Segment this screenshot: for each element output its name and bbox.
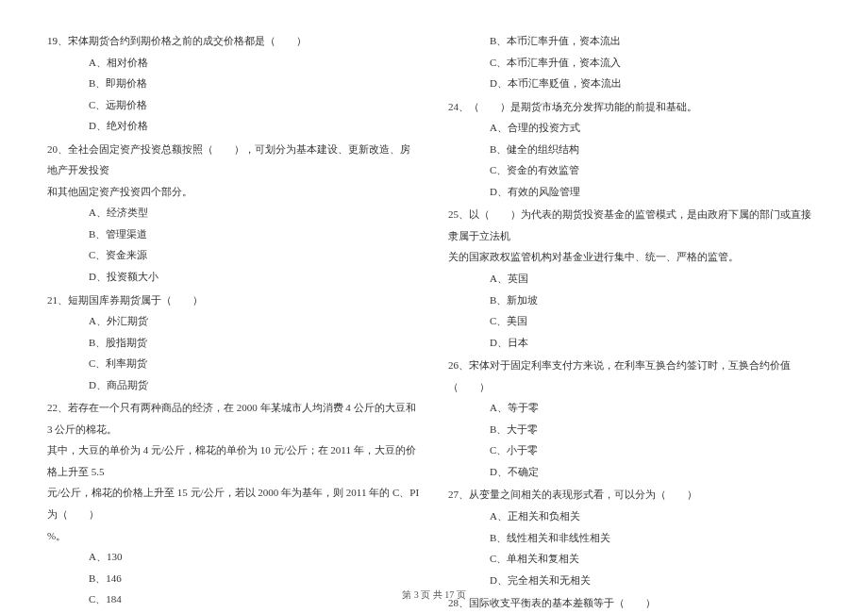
option-d: D、投资额大小: [47, 266, 420, 288]
option-d: D、绝对价格: [47, 115, 420, 137]
question-text: 20、全社会固定资产投资总额按照（ ），可划分为基本建设、更新改造、房地产开发投…: [47, 139, 420, 181]
question-19: 19、宋体期货合约到期价格之前的成交价格都是（ ） A、相对价格 B、即期价格 …: [47, 30, 420, 137]
option-d: D、日本: [448, 332, 821, 354]
option-b: B、线性相关和非线性相关: [448, 527, 821, 549]
question-text-cont: 和其他固定资产投资四个部分。: [47, 181, 420, 203]
option-a: A、英国: [448, 268, 821, 290]
option-d: D、不确定: [448, 461, 821, 483]
question-27: 27、从变量之间相关的表现形式看，可以分为（ ） A、正相关和负相关 B、线性相…: [448, 484, 821, 590]
option-a: A、相对价格: [47, 52, 420, 74]
question-text-cont: 元/公斤，棉花的价格上升至 15 元/公斤，若以 2000 年为基年，则 201…: [47, 482, 420, 524]
question-text-cont: %。: [47, 525, 420, 547]
question-text: 27、从变量之间相关的表现形式看，可以分为（ ）: [448, 484, 821, 505]
option-c: C、美国: [448, 310, 821, 332]
option-b: B、股指期货: [47, 332, 420, 354]
option-c: C、小于零: [448, 439, 821, 461]
option-d: D、本币汇率贬值，资本流出: [448, 73, 821, 94]
option-b: B、146: [47, 568, 420, 589]
option-b: B、即期价格: [47, 73, 420, 94]
option-b: B、管理渠道: [47, 224, 420, 245]
left-column: 19、宋体期货合约到期价格之前的成交价格都是（ ） A、相对价格 B、即期价格 …: [47, 30, 420, 613]
question-text: 22、若存在一个只有两种商品的经济，在 2000 年某城市人均消费 4 公斤的大…: [47, 397, 420, 439]
page-footer: 第 3 页 共 17 页: [0, 588, 868, 602]
question-text: 26、宋体对于固定利率支付方来说，在利率互换合约签订时，互换合约价值（ ）: [448, 355, 821, 397]
question-text-cont: 其中，大豆的单价为 4 元/公斤，棉花的单价为 10 元/公斤；在 2011 年…: [47, 439, 420, 482]
page-content: 19、宋体期货合约到期价格之前的成交价格都是（ ） A、相对价格 B、即期价格 …: [0, 0, 868, 613]
option-c: C、资金来源: [47, 244, 420, 266]
question-22: 22、若存在一个只有两种商品的经济，在 2000 年某城市人均消费 4 公斤的大…: [47, 397, 420, 613]
option-c: C、远期价格: [47, 94, 420, 116]
option-a: A、130: [47, 546, 420, 568]
option-a: A、等于零: [448, 397, 821, 419]
question-text: 25、以（ ）为代表的期货投资基金的监管模式，是由政府下属的部门或直接隶属于立法…: [448, 204, 821, 246]
right-column: B、本币汇率升值，资本流出 C、本币汇率升值，资本流入 D、本币汇率贬值，资本流…: [448, 30, 821, 613]
option-d: D、有效的风险管理: [448, 181, 821, 203]
option-a: A、合理的投资方式: [448, 117, 821, 139]
option-b: B、本币汇率升值，资本流出: [448, 30, 821, 52]
option-c: C、利率期货: [47, 353, 420, 374]
question-24: 24、（ ）是期货市场充分发挥功能的前提和基础。 A、合理的投资方式 B、健全的…: [448, 96, 821, 203]
option-c: C、资金的有效监管: [448, 159, 821, 181]
question-23-cont: B、本币汇率升值，资本流出 C、本币汇率升值，资本流入 D、本币汇率贬值，资本流…: [448, 30, 821, 94]
option-a: A、外汇期货: [47, 310, 420, 332]
option-a: A、经济类型: [47, 202, 420, 224]
option-c: C、单相关和复相关: [448, 548, 821, 570]
option-a: A、正相关和负相关: [448, 505, 821, 527]
question-26: 26、宋体对于固定利率支付方来说，在利率互换合约签订时，互换合约价值（ ） A、…: [448, 355, 821, 482]
question-25: 25、以（ ）为代表的期货投资基金的监管模式，是由政府下属的部门或直接隶属于立法…: [448, 204, 821, 353]
question-text: 21、短期国库券期货属于（ ）: [47, 290, 420, 311]
question-text-cont: 关的国家政权监管机构对基金业进行集中、统一、严格的监管。: [448, 246, 821, 268]
option-d: D、完全相关和无相关: [448, 570, 821, 591]
question-20: 20、全社会固定资产投资总额按照（ ），可划分为基本建设、更新改造、房地产开发投…: [47, 139, 420, 288]
question-text: 24、（ ）是期货市场充分发挥功能的前提和基础。: [448, 96, 821, 118]
question-text: 19、宋体期货合约到期价格之前的成交价格都是（ ）: [47, 30, 420, 52]
question-21: 21、短期国库券期货属于（ ） A、外汇期货 B、股指期货 C、利率期货 D、商…: [47, 290, 420, 396]
option-b: B、健全的组织结构: [448, 139, 821, 160]
option-b: B、大于零: [448, 419, 821, 440]
option-d: D、商品期货: [47, 374, 420, 396]
option-c: C、本币汇率升值，资本流入: [448, 52, 821, 74]
option-b: B、新加坡: [448, 290, 821, 311]
